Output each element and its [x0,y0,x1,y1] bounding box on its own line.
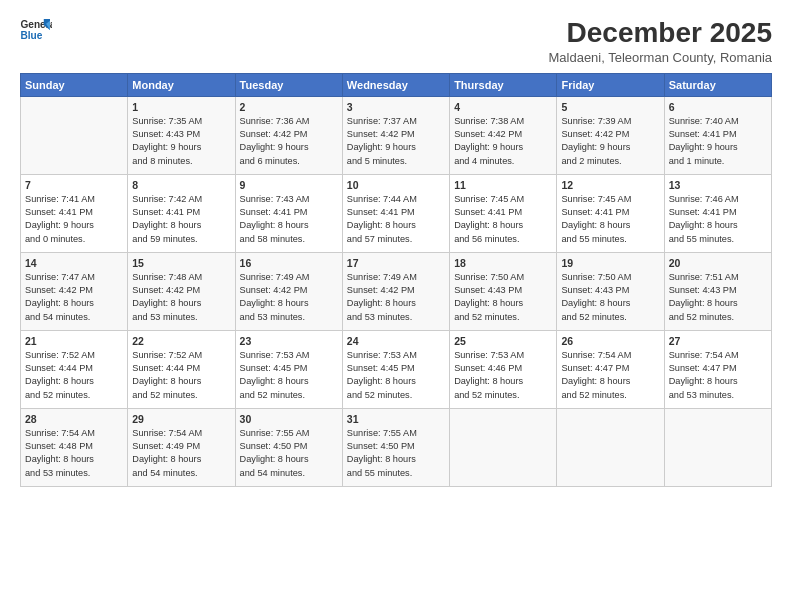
calendar-cell: 5Sunrise: 7:39 AM Sunset: 4:42 PM Daylig… [557,96,664,174]
day-info: Sunrise: 7:41 AM Sunset: 4:41 PM Dayligh… [25,193,123,246]
day-info: Sunrise: 7:54 AM Sunset: 4:47 PM Dayligh… [561,349,659,402]
day-info: Sunrise: 7:52 AM Sunset: 4:44 PM Dayligh… [25,349,123,402]
calendar-cell: 20Sunrise: 7:51 AM Sunset: 4:43 PM Dayli… [664,252,771,330]
day-number: 18 [454,257,552,269]
day-number: 30 [240,413,338,425]
calendar-week-row: 7Sunrise: 7:41 AM Sunset: 4:41 PM Daylig… [21,174,772,252]
day-number: 24 [347,335,445,347]
calendar-cell: 31Sunrise: 7:55 AM Sunset: 4:50 PM Dayli… [342,408,449,486]
day-number: 23 [240,335,338,347]
day-number: 27 [669,335,767,347]
day-number: 17 [347,257,445,269]
calendar-cell: 4Sunrise: 7:38 AM Sunset: 4:42 PM Daylig… [450,96,557,174]
day-of-week-header: Monday [128,73,235,96]
calendar-cell: 12Sunrise: 7:45 AM Sunset: 4:41 PM Dayli… [557,174,664,252]
day-number: 10 [347,179,445,191]
day-number: 16 [240,257,338,269]
day-number: 22 [132,335,230,347]
day-number: 5 [561,101,659,113]
calendar-week-row: 14Sunrise: 7:47 AM Sunset: 4:42 PM Dayli… [21,252,772,330]
day-info: Sunrise: 7:54 AM Sunset: 4:47 PM Dayligh… [669,349,767,402]
day-number: 21 [25,335,123,347]
day-number: 15 [132,257,230,269]
logo: General Blue [20,16,52,44]
day-number: 26 [561,335,659,347]
calendar-cell [557,408,664,486]
day-of-week-header: Wednesday [342,73,449,96]
calendar-cell: 16Sunrise: 7:49 AM Sunset: 4:42 PM Dayli… [235,252,342,330]
day-number: 25 [454,335,552,347]
day-number: 6 [669,101,767,113]
day-info: Sunrise: 7:49 AM Sunset: 4:42 PM Dayligh… [240,271,338,324]
day-number: 31 [347,413,445,425]
calendar-title: December 2025 [548,16,772,50]
title-block: December 2025 Maldaeni, Teleorman County… [548,16,772,65]
day-info: Sunrise: 7:52 AM Sunset: 4:44 PM Dayligh… [132,349,230,402]
day-number: 19 [561,257,659,269]
calendar-cell: 23Sunrise: 7:53 AM Sunset: 4:45 PM Dayli… [235,330,342,408]
calendar-cell: 6Sunrise: 7:40 AM Sunset: 4:41 PM Daylig… [664,96,771,174]
calendar-cell: 25Sunrise: 7:53 AM Sunset: 4:46 PM Dayli… [450,330,557,408]
calendar-cell: 22Sunrise: 7:52 AM Sunset: 4:44 PM Dayli… [128,330,235,408]
day-info: Sunrise: 7:49 AM Sunset: 4:42 PM Dayligh… [347,271,445,324]
calendar-cell [450,408,557,486]
calendar-cell: 14Sunrise: 7:47 AM Sunset: 4:42 PM Dayli… [21,252,128,330]
calendar-week-row: 21Sunrise: 7:52 AM Sunset: 4:44 PM Dayli… [21,330,772,408]
day-of-week-header: Sunday [21,73,128,96]
day-number: 14 [25,257,123,269]
calendar-cell: 21Sunrise: 7:52 AM Sunset: 4:44 PM Dayli… [21,330,128,408]
day-of-week-header: Friday [557,73,664,96]
calendar-cell: 19Sunrise: 7:50 AM Sunset: 4:43 PM Dayli… [557,252,664,330]
day-number: 7 [25,179,123,191]
day-number: 4 [454,101,552,113]
calendar-week-row: 28Sunrise: 7:54 AM Sunset: 4:48 PM Dayli… [21,408,772,486]
day-info: Sunrise: 7:55 AM Sunset: 4:50 PM Dayligh… [240,427,338,480]
day-info: Sunrise: 7:46 AM Sunset: 4:41 PM Dayligh… [669,193,767,246]
day-number: 9 [240,179,338,191]
day-info: Sunrise: 7:54 AM Sunset: 4:49 PM Dayligh… [132,427,230,480]
day-info: Sunrise: 7:39 AM Sunset: 4:42 PM Dayligh… [561,115,659,168]
calendar-cell: 17Sunrise: 7:49 AM Sunset: 4:42 PM Dayli… [342,252,449,330]
calendar-subtitle: Maldaeni, Teleorman County, Romania [548,50,772,65]
calendar-cell: 2Sunrise: 7:36 AM Sunset: 4:42 PM Daylig… [235,96,342,174]
day-info: Sunrise: 7:45 AM Sunset: 4:41 PM Dayligh… [561,193,659,246]
day-info: Sunrise: 7:53 AM Sunset: 4:46 PM Dayligh… [454,349,552,402]
day-info: Sunrise: 7:38 AM Sunset: 4:42 PM Dayligh… [454,115,552,168]
day-of-week-header: Saturday [664,73,771,96]
day-number: 20 [669,257,767,269]
calendar-cell [664,408,771,486]
day-number: 13 [669,179,767,191]
logo-icon: General Blue [20,16,52,44]
calendar-table: SundayMondayTuesdayWednesdayThursdayFrid… [20,73,772,487]
calendar-cell: 29Sunrise: 7:54 AM Sunset: 4:49 PM Dayli… [128,408,235,486]
day-info: Sunrise: 7:55 AM Sunset: 4:50 PM Dayligh… [347,427,445,480]
day-number: 28 [25,413,123,425]
calendar-cell: 1Sunrise: 7:35 AM Sunset: 4:43 PM Daylig… [128,96,235,174]
calendar-cell: 11Sunrise: 7:45 AM Sunset: 4:41 PM Dayli… [450,174,557,252]
day-number: 2 [240,101,338,113]
header: General Blue December 2025 Maldaeni, Tel… [20,16,772,65]
calendar-cell: 24Sunrise: 7:53 AM Sunset: 4:45 PM Dayli… [342,330,449,408]
day-info: Sunrise: 7:36 AM Sunset: 4:42 PM Dayligh… [240,115,338,168]
calendar-cell: 27Sunrise: 7:54 AM Sunset: 4:47 PM Dayli… [664,330,771,408]
day-number: 11 [454,179,552,191]
calendar-cell: 8Sunrise: 7:42 AM Sunset: 4:41 PM Daylig… [128,174,235,252]
calendar-cell: 28Sunrise: 7:54 AM Sunset: 4:48 PM Dayli… [21,408,128,486]
day-number: 8 [132,179,230,191]
day-number: 3 [347,101,445,113]
calendar-cell: 26Sunrise: 7:54 AM Sunset: 4:47 PM Dayli… [557,330,664,408]
day-number: 12 [561,179,659,191]
calendar-cell: 3Sunrise: 7:37 AM Sunset: 4:42 PM Daylig… [342,96,449,174]
day-info: Sunrise: 7:40 AM Sunset: 4:41 PM Dayligh… [669,115,767,168]
calendar-week-row: 1Sunrise: 7:35 AM Sunset: 4:43 PM Daylig… [21,96,772,174]
day-info: Sunrise: 7:53 AM Sunset: 4:45 PM Dayligh… [240,349,338,402]
day-info: Sunrise: 7:45 AM Sunset: 4:41 PM Dayligh… [454,193,552,246]
day-info: Sunrise: 7:47 AM Sunset: 4:42 PM Dayligh… [25,271,123,324]
day-of-week-header: Tuesday [235,73,342,96]
day-info: Sunrise: 7:54 AM Sunset: 4:48 PM Dayligh… [25,427,123,480]
day-info: Sunrise: 7:43 AM Sunset: 4:41 PM Dayligh… [240,193,338,246]
day-info: Sunrise: 7:50 AM Sunset: 4:43 PM Dayligh… [454,271,552,324]
day-info: Sunrise: 7:44 AM Sunset: 4:41 PM Dayligh… [347,193,445,246]
calendar-cell: 7Sunrise: 7:41 AM Sunset: 4:41 PM Daylig… [21,174,128,252]
calendar-cell: 18Sunrise: 7:50 AM Sunset: 4:43 PM Dayli… [450,252,557,330]
